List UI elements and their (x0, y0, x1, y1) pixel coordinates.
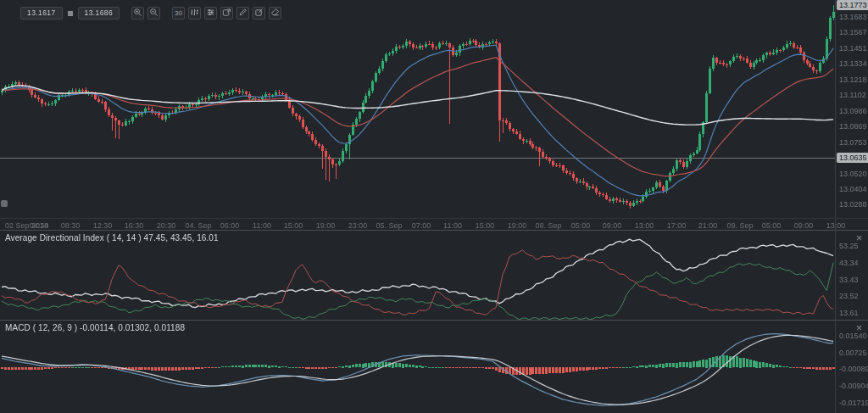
baseline-price-badge: 13.0635 (837, 153, 868, 163)
price-axis-label: 13.0753 (839, 138, 867, 147)
draw-button[interactable] (236, 7, 249, 20)
watermark-logo (1, 200, 8, 207)
time-axis-label: 19:00 (508, 221, 527, 230)
eraser-icon (270, 8, 280, 19)
zoom-in-button[interactable] (131, 7, 144, 20)
brush-icon (238, 8, 248, 19)
adx-axis-label: 13.61 (839, 309, 859, 317)
bid-price-button[interactable]: 13.1617 (20, 7, 63, 20)
adx-axis-label: 23.52 (839, 292, 859, 300)
interval-button[interactable]: 30 (172, 7, 185, 20)
time-axis-label: 08. Sep (535, 221, 561, 230)
time-axis-label: 23:00 (348, 221, 368, 230)
time-axis-label: 12:30 (93, 221, 113, 230)
price-axis-label: 13.1102 (839, 91, 866, 99)
export-icon (222, 8, 231, 19)
bars-icon (190, 8, 199, 19)
indicators-button[interactable] (204, 7, 217, 20)
time-axis-label: 19:00 (316, 221, 336, 230)
zoom-in-icon (133, 8, 142, 19)
adx-panel-top-divider (0, 230, 868, 231)
time-axis-label: 16:30 (125, 221, 144, 230)
macd-close-button[interactable]: × (853, 322, 865, 334)
time-axis-label: 20:30 (157, 221, 176, 230)
price-axis-label: 13.1683 (839, 13, 867, 21)
time-axis-label: 11:00 (253, 221, 271, 230)
chart-style-button[interactable] (188, 7, 201, 20)
macd-axis-label: -0.00904 (839, 382, 868, 390)
macd-axis-label: -0.01719 (839, 399, 868, 407)
macd-panel-canvas[interactable] (0, 321, 835, 413)
time-axis-label: 11:00 (443, 221, 462, 230)
time-axis-label: 06:00 (220, 221, 240, 230)
adx-close-button[interactable]: × (853, 232, 865, 244)
adx-axis-label: 43.34 (839, 259, 859, 267)
price-axis-label: 13.1567 (839, 28, 867, 36)
edit-button[interactable] (253, 7, 265, 20)
eraser-button[interactable] (269, 7, 281, 20)
chart-toolbar: 13.1617 13.1686 30 (20, 7, 281, 20)
snapshot-button[interactable] (220, 7, 233, 20)
time-axis-label: 05:00 (762, 221, 782, 230)
time-axis-label: 05. Sep (376, 221, 402, 230)
price-axis-label: 13.1451 (839, 44, 867, 53)
macd-axis-label: -0.00089 (839, 365, 868, 373)
time-axis-label: 13:00 (826, 221, 846, 230)
last-price-badge: 13.1773 (837, 0, 868, 10)
zoom-out-button[interactable] (147, 7, 160, 20)
time-axis-label: 05:00 (571, 221, 591, 230)
time-axis-label: 09:00 (603, 221, 622, 230)
price-axis-label: 13.1334 (839, 59, 867, 68)
ask-price-button[interactable]: 13.1686 (78, 7, 120, 20)
time-axis-label: 04:30 (30, 221, 49, 230)
price-axis-label: 13.0404 (839, 185, 867, 193)
time-axis-label: 07:00 (412, 221, 431, 230)
macd-axis-label: 0.00725 (839, 349, 867, 357)
spread-square-icon (68, 11, 73, 16)
sliders-icon (206, 8, 215, 19)
price-axis-label: 13.0288 (839, 200, 867, 209)
trading-chart-app: 13.1617 13.1686 30 13.1773 13.0635 Avera… (0, 0, 868, 413)
time-axis-label: 15:00 (476, 221, 495, 230)
macd-panel-title: MACD ( 12, 26, 9 ) -0.00114, 0.01302, 0.… (5, 323, 185, 332)
time-axis-label: 08:30 (61, 221, 81, 230)
edit-icon (254, 8, 264, 19)
time-axis-label: 09. Sep (726, 221, 753, 230)
adx-panel-title: Average Directional Index ( 14, 14 ) 47.… (5, 233, 219, 243)
time-axis-label: 04. Sep (185, 221, 211, 230)
adx-panel-canvas[interactable] (0, 231, 835, 320)
price-axis-label: 13.0520 (839, 170, 867, 178)
main-chart-canvas[interactable] (0, 0, 835, 219)
time-axis-label: 13:00 (635, 221, 654, 230)
zoom-out-icon (149, 8, 159, 19)
price-axis-label: 13.0986 (839, 107, 867, 115)
price-axis-label: 13.1218 (839, 75, 867, 84)
time-axis-label: 09:00 (794, 221, 814, 230)
time-axis-label: 15:00 (284, 221, 303, 230)
adx-axis-label: 33.43 (839, 276, 859, 284)
interval-label: 30 (175, 9, 182, 17)
macd-panel-top-divider (0, 320, 868, 321)
price-axis-label: 13.0869 (839, 122, 867, 131)
time-axis-label: 21:00 (698, 221, 718, 230)
time-axis-label: 17:00 (667, 221, 687, 230)
